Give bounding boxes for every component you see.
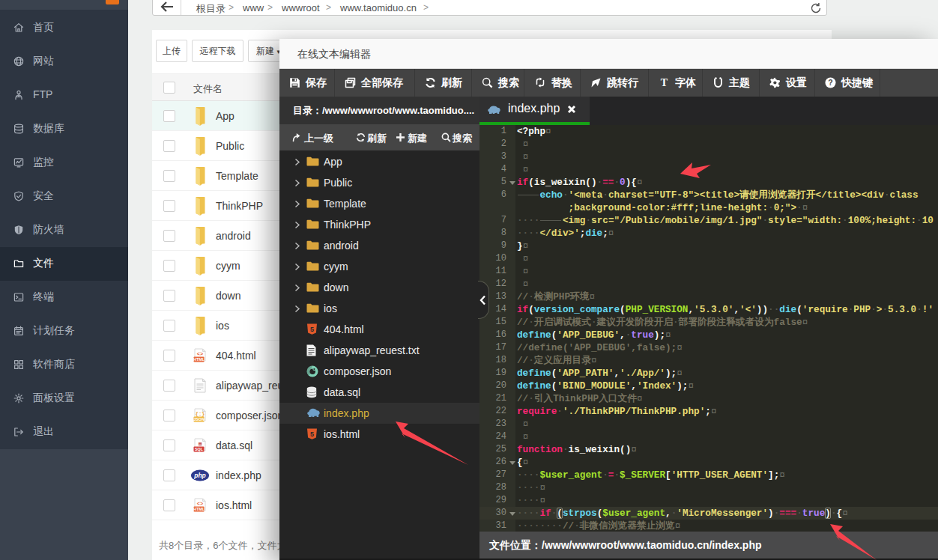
svg-text:HTML: HTML [193,357,205,362]
svg-text:HTML: HTML [193,507,205,511]
svg-text:<>: <> [197,501,203,507]
svg-text:5: 5 [310,430,314,438]
svg-text:?: ? [828,78,832,87]
svg-text:php: php [193,472,206,479]
svg-text:<>: <> [197,351,203,357]
svg-text:JSON: JSON [193,417,205,421]
svg-text:T: T [661,77,668,88]
svg-text:{:}: {:} [196,411,205,417]
svg-text:5: 5 [310,326,314,333]
svg-text:SQL: SQL [195,447,204,451]
